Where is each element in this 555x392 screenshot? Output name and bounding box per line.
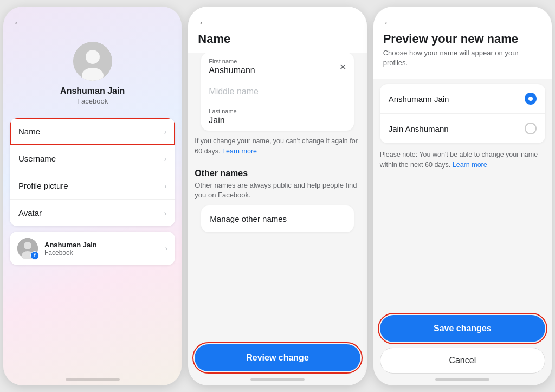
chevron-icon: › bbox=[165, 244, 168, 253]
last-name-label: Last name bbox=[209, 108, 346, 114]
middle-name-placeholder: Middle name bbox=[209, 87, 346, 97]
back-arrow-icon[interactable]: ← bbox=[13, 17, 23, 29]
page-title: Name bbox=[198, 32, 357, 46]
phone-screen-3: ← Preview your new name Choose how your … bbox=[373, 7, 552, 385]
profile-platform: Facebook bbox=[77, 97, 108, 105]
p3-bottom-actions: Save changes Cancel bbox=[373, 309, 552, 376]
svg-point-4 bbox=[24, 242, 31, 249]
first-name-field[interactable]: First name Anshumann ✕ bbox=[201, 53, 353, 81]
preview-title: Preview your new name bbox=[383, 32, 542, 46]
name-options-list: Anshumann Jain Jain Anshumann bbox=[380, 84, 545, 143]
avatar bbox=[73, 42, 112, 81]
save-changes-button[interactable]: Save changes bbox=[380, 315, 545, 342]
menu-label-profile-picture: Profile picture bbox=[18, 181, 68, 190]
first-name-label: First name bbox=[209, 58, 346, 65]
account-info: Anshuman Jain Facebook bbox=[44, 241, 165, 256]
p2-main-content: First name Anshumann ✕ Middle name Last … bbox=[188, 53, 366, 376]
svg-point-1 bbox=[86, 50, 100, 64]
menu-label-username: Username bbox=[18, 154, 56, 163]
home-bar bbox=[250, 378, 305, 381]
avatar-silhouette-icon bbox=[73, 42, 112, 81]
learn-more-link[interactable]: Learn more bbox=[453, 161, 487, 169]
info-text-static: If you change your name, you can't chang… bbox=[195, 137, 358, 155]
menu-item-name[interactable]: Name › bbox=[10, 118, 175, 145]
home-indicator bbox=[3, 376, 182, 385]
cancel-button[interactable]: Cancel bbox=[380, 348, 545, 374]
name-change-info: If you change your name, you can't chang… bbox=[188, 131, 366, 162]
account-avatar: f bbox=[17, 238, 38, 259]
home-bar bbox=[66, 378, 120, 381]
name-option-2-label: Jain Anshumann bbox=[389, 124, 449, 133]
menu-item-avatar[interactable]: Avatar › bbox=[10, 200, 175, 226]
p1-header: ← bbox=[3, 7, 182, 33]
chevron-icon: › bbox=[164, 127, 167, 136]
account-name: Anshuman Jain bbox=[44, 241, 165, 249]
chevron-icon: › bbox=[164, 155, 167, 163]
chevron-icon: › bbox=[164, 209, 167, 217]
middle-name-field[interactable]: Middle name bbox=[201, 81, 353, 102]
manage-other-names-button[interactable]: Manage other names bbox=[201, 205, 353, 232]
menu-label-avatar: Avatar bbox=[18, 208, 42, 217]
chevron-icon: › bbox=[164, 182, 167, 190]
menu-label-name: Name bbox=[18, 127, 40, 136]
facebook-badge: f bbox=[30, 251, 39, 260]
menu-item-profile-picture[interactable]: Profile picture › bbox=[10, 172, 175, 200]
p3-main-content: Anshumann Jain Jain Anshumann Please not… bbox=[373, 79, 552, 376]
other-names-title: Other names bbox=[188, 162, 366, 181]
radio-button-2[interactable] bbox=[525, 123, 537, 134]
name-option-1[interactable]: Anshumann Jain bbox=[380, 84, 545, 114]
name-form: First name Anshumann ✕ Middle name Last … bbox=[201, 53, 353, 131]
last-name-field[interactable]: Last name Jain bbox=[201, 102, 353, 131]
other-names-desc: Other names are always public and help p… bbox=[188, 181, 366, 205]
home-bar bbox=[435, 378, 489, 381]
p3-header: ← Preview your new name Choose how your … bbox=[373, 7, 552, 79]
phone-screen-1: ← Anshuman Jain Facebook Name › Username… bbox=[3, 7, 182, 385]
name-option-1-label: Anshumann Jain bbox=[389, 94, 449, 104]
phone-screen-2: ← Name First name Anshumann ✕ Middle nam… bbox=[188, 7, 366, 385]
account-platform: Facebook bbox=[44, 249, 165, 256]
account-row[interactable]: f Anshuman Jain Facebook › bbox=[10, 232, 175, 265]
preview-subtitle: Choose how your name will appear on your… bbox=[383, 48, 542, 72]
home-indicator bbox=[373, 376, 552, 385]
clear-button[interactable]: ✕ bbox=[339, 62, 346, 72]
back-arrow-icon[interactable]: ← bbox=[383, 17, 393, 29]
radio-button-1[interactable] bbox=[525, 93, 537, 105]
home-indicator bbox=[188, 376, 366, 385]
name-option-2[interactable]: Jain Anshumann bbox=[380, 114, 545, 143]
last-name-value: Jain bbox=[209, 115, 346, 125]
review-change-button[interactable]: Review change bbox=[195, 344, 360, 371]
learn-more-link[interactable]: Learn more bbox=[222, 147, 257, 155]
profile-name: Anshuman Jain bbox=[60, 86, 125, 96]
account-section: f Anshuman Jain Facebook › bbox=[10, 232, 175, 265]
profile-section: Anshuman Jain Facebook bbox=[3, 33, 182, 118]
back-arrow-icon[interactable]: ← bbox=[198, 17, 208, 29]
menu-item-username[interactable]: Username › bbox=[10, 145, 175, 172]
menu-list: Name › Username › Profile picture › Avat… bbox=[10, 118, 175, 226]
name-change-note: Please note: You won't be able to change… bbox=[373, 143, 552, 177]
first-name-value: Anshumann bbox=[209, 66, 346, 75]
p2-header: ← Name bbox=[188, 7, 366, 53]
bottom-actions: Review change bbox=[188, 338, 366, 376]
